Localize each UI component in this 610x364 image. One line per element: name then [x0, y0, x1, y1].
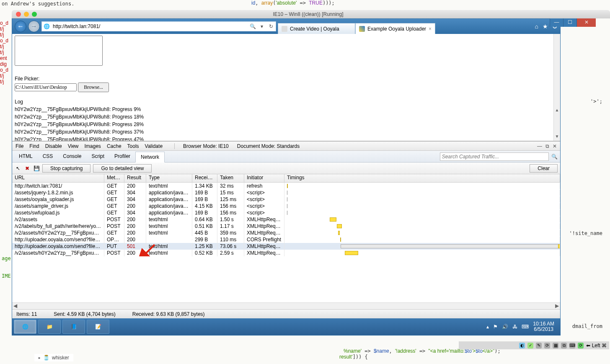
table-row[interactable]: /v2/labels/by_full_path//write/here/your…: [12, 223, 560, 230]
devtools-min-icon[interactable]: —: [537, 143, 542, 149]
search-input[interactable]: [440, 152, 549, 161]
tab-title: Example Ooyala Uploader: [367, 26, 426, 32]
taskbar-wordpad[interactable]: 📝: [87, 320, 109, 334]
devtools-tab-profiler[interactable]: Profiler: [109, 151, 135, 162]
maximize-button[interactable]: ☐: [563, 18, 576, 27]
browse-button[interactable]: Browse...: [78, 83, 109, 92]
close-button[interactable]: ✕: [576, 18, 596, 27]
fragA: age: [2, 256, 11, 261]
file-path-input[interactable]: [15, 83, 77, 91]
col-taken[interactable]: Taken: [217, 174, 244, 182]
ie-window-controls: — ☐ ✕: [550, 18, 596, 27]
taskbar-explorer[interactable]: 📁: [38, 320, 61, 334]
doc-mode-value[interactable]: Standards: [277, 143, 300, 149]
network-grid[interactable]: URL Method Result Type Received Taken In…: [12, 174, 560, 309]
windows-taskbar: 🌐 📁 📘 📝 ▴ ⚑ 🔊 🖧 ⌨ 10:16 AM 6/5/2013: [12, 318, 560, 335]
search-icon[interactable]: 🔍: [248, 23, 257, 29]
log-line: h0Y2w2Yzp__75FgBpxuvMbKkjUPW8uh8: Progre…: [15, 136, 551, 141]
horizontal-scrollbar[interactable]: ◀▶: [12, 302, 560, 309]
tray-keyboard-icon[interactable]: ⌨: [522, 324, 529, 330]
taskbar-notepad[interactable]: 📘: [62, 320, 85, 334]
ie-site-icon: 🌐: [42, 23, 51, 29]
devtools-tab-network[interactable]: Network: [135, 152, 165, 163]
devtools-menu-item[interactable]: Disable: [45, 143, 62, 149]
devtools-undock-icon[interactable]: ⧉: [545, 143, 549, 149]
minimize-traffic-light[interactable]: [24, 12, 29, 17]
col-method[interactable]: Method: [104, 174, 124, 182]
tray-network-icon[interactable]: 🖧: [512, 324, 517, 330]
zoom-traffic-light[interactable]: [32, 12, 37, 17]
ie-toolbar: ← → 🌐 🔍 ▾ ↻ Create Video | OoyalaExample…: [12, 19, 560, 34]
close-traffic-light[interactable]: [16, 12, 21, 17]
tab-close-icon[interactable]: ×: [429, 26, 432, 32]
stop-capturing-button[interactable]: Stop capturing: [42, 164, 90, 173]
back-button[interactable]: ←: [15, 21, 26, 32]
taskbar-ie[interactable]: 🌐: [14, 320, 36, 334]
devtools-menu-item[interactable]: Tools: [127, 143, 139, 149]
devtools-close-icon[interactable]: ✕: [553, 143, 557, 149]
vertical-scrollbar[interactable]: ▲ ▼: [553, 34, 560, 141]
save-icon[interactable]: 💾: [33, 165, 40, 172]
detailed-view-button[interactable]: Go to detailed view: [93, 164, 152, 173]
col-timings[interactable]: Timings: [284, 174, 560, 182]
devtools-tab-console[interactable]: Console: [58, 151, 86, 162]
scroll-up-icon[interactable]: ▲: [554, 108, 560, 114]
project-tree-item[interactable]: 🫙 whisker: [34, 354, 73, 361]
table-row[interactable]: /v2/assetsPOST200text/html0.64 KB1.50 sX…: [12, 216, 560, 223]
devtools-menu-item[interactable]: Images: [85, 143, 101, 149]
browser-tab[interactable]: Example Ooyala Uploader×: [355, 23, 435, 34]
tray-chevron-icon[interactable]: ▴: [486, 324, 489, 330]
table-row[interactable]: /v2/assets/h0Y2w2Yzp__75FgBpxuvMbKkj...P…: [12, 250, 560, 256]
col-result[interactable]: Result: [124, 174, 146, 182]
col-received[interactable]: Received: [192, 174, 217, 182]
devtools-menu-item[interactable]: Find: [29, 143, 39, 149]
editor-statusbar: ◐✓ ✎⟳▦⧉ ⌨⟳ ⬅ Left ⌘: [459, 341, 609, 349]
status-received: Received: 9.63 KB (9,857 bytes): [132, 311, 205, 317]
devtools-tabs: HTMLCSSConsoleScriptProfilerNetwork 🔍: [12, 151, 560, 163]
col-type[interactable]: Type: [146, 174, 192, 182]
clear-button[interactable]: Clear: [530, 164, 558, 173]
url-input[interactable]: [51, 23, 248, 29]
favicon: [359, 26, 365, 32]
system-tray: ▴ ⚑ 🔊 🖧 ⌨ 10:16 AM 6/5/2013: [486, 321, 558, 332]
bg-code-bottom2: result'])) {: [339, 354, 368, 360]
tray-action-icon[interactable]: ⚑: [493, 324, 498, 330]
address-bar[interactable]: 🌐 🔍 ▾ ↻: [41, 21, 276, 31]
col-url[interactable]: URL: [12, 174, 104, 182]
search-go-icon[interactable]: 🔍: [550, 154, 558, 160]
table-row[interactable]: /assets/ooyala_uploader.jsGET304applicat…: [12, 196, 560, 203]
clear-session-icon[interactable]: ✖: [24, 165, 31, 172]
table-row[interactable]: /assets/swfupload.jsGET304application/ja…: [12, 209, 560, 216]
devtools-tab-script[interactable]: Script: [86, 151, 109, 162]
stop-icon[interactable]: ▾: [257, 23, 266, 29]
minimize-button[interactable]: —: [550, 18, 563, 27]
bg-code-top: on Andrew's suggestions.: [2, 1, 74, 7]
browser-tab[interactable]: Create Video | Ooyala: [278, 23, 355, 34]
devtools-menu-item[interactable]: View: [68, 143, 79, 149]
devtools-tab-html[interactable]: HTML: [14, 151, 38, 162]
scroll-down-icon[interactable]: ▼: [554, 134, 560, 141]
table-row[interactable]: http://uploader.ooyala.com/send?filenam.…: [12, 236, 560, 243]
upload-textarea[interactable]: [15, 36, 103, 66]
devtools-menu-item[interactable]: Validate: [145, 143, 163, 149]
table-row[interactable]: http://twitch.lan:7081/GET200text/html1.…: [12, 183, 560, 189]
col-initiator[interactable]: Initiator: [244, 174, 284, 182]
devtools-tab-css[interactable]: CSS: [38, 151, 58, 162]
table-row[interactable]: /assets/sample_driver.jsGET200applicatio…: [12, 203, 560, 209]
favorites-icon[interactable]: ★: [543, 23, 548, 30]
log-line: h0Y2w2Yzp__75FgBpxuvMbKkjUPW8uh8: Progre…: [15, 128, 551, 136]
tray-volume-icon[interactable]: 🔊: [502, 324, 508, 330]
devtools-menu-item[interactable]: Cache: [107, 143, 121, 149]
table-row[interactable]: /assets/jquery-1.8.2.min.jsGET304applica…: [12, 189, 560, 196]
vm-titlebar[interactable]: IE10 – Win8 ((clean)) [Running]: [12, 10, 610, 18]
table-row[interactable]: http://uploader.ooyala.com/send?filenam.…: [12, 243, 560, 250]
tray-clock[interactable]: 10:16 AM 6/5/2013: [533, 321, 554, 332]
refresh-icon[interactable]: ↻: [266, 23, 276, 29]
home-icon[interactable]: ⌂: [535, 23, 538, 30]
forward-button[interactable]: →: [28, 21, 40, 32]
pointer-icon[interactable]: ↖: [15, 165, 21, 172]
fragB: IME: [2, 273, 11, 279]
table-row[interactable]: /v2/assets/h0Y2w2Yzp__75FgBpxuvMbKkj...G…: [12, 230, 560, 236]
devtools-menu-item[interactable]: File: [16, 143, 23, 149]
browser-mode-value[interactable]: IE10: [218, 143, 229, 149]
